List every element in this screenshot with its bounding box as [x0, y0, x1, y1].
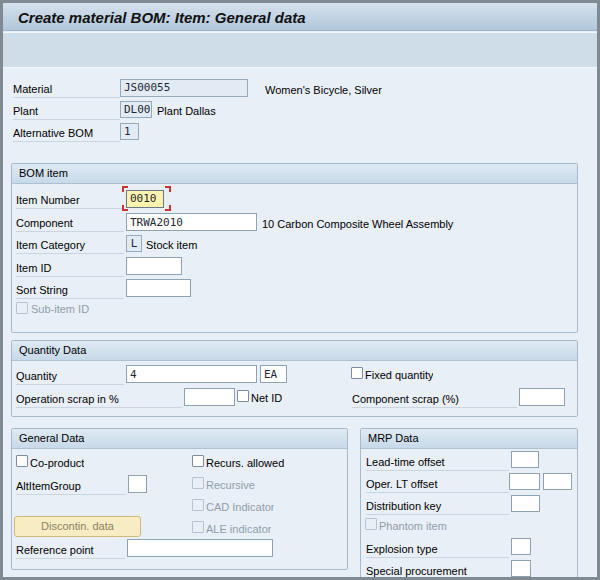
- net-id-label: Net ID: [251, 391, 282, 407]
- lead-time-offset-field[interactable]: [511, 451, 539, 468]
- toolbar-strip: [3, 32, 597, 68]
- fixed-quantity-checkbox[interactable]: [351, 367, 363, 379]
- focus-corner-icon: [165, 186, 171, 192]
- operation-scrap-field[interactable]: [184, 388, 235, 406]
- item-number-field[interactable]: 0010: [126, 190, 164, 208]
- recursive-label: Recursive: [206, 478, 255, 494]
- alternative-bom-field: 1: [120, 123, 139, 140]
- reference-point-label: Reference point: [16, 543, 125, 559]
- reference-point-field[interactable]: [127, 539, 273, 557]
- plant-description: Plant Dallas: [157, 104, 216, 118]
- special-procurement-field[interactable]: [511, 560, 531, 577]
- recursive-checkbox: [192, 477, 204, 489]
- component-scrap-label: Component scrap (%): [352, 392, 517, 408]
- general-data-group-header: General Data: [12, 429, 347, 449]
- alt-item-group-label: AltItemGroup: [16, 479, 126, 495]
- oper-lt-offset-unit-field[interactable]: [543, 473, 572, 490]
- quantity-unit-field[interactable]: [260, 365, 287, 383]
- ale-indicator-checkbox: [192, 521, 204, 533]
- co-product-label: Co-product: [30, 456, 84, 472]
- item-category-label: Item Category: [16, 238, 124, 254]
- mrp-data-group-header: MRP Data: [361, 429, 577, 449]
- component-label: Component: [16, 216, 124, 232]
- cad-indicator-checkbox: [192, 499, 204, 511]
- general-data-group: General Data Co-product AltItemGroup Rec…: [11, 428, 348, 570]
- recurs-allowed-label: Recurs. allowed: [206, 456, 284, 472]
- operation-scrap-label: Operation scrap in %: [16, 392, 182, 408]
- sort-string-field[interactable]: [126, 279, 191, 297]
- quantity-data-group: Quantity Data Quantity Fixed quantity Op…: [11, 340, 578, 417]
- distribution-key-field[interactable]: [511, 495, 540, 512]
- item-id-label: Item ID: [16, 261, 124, 277]
- co-product-checkbox[interactable]: [16, 455, 28, 467]
- special-procurement-label: Special procurement: [366, 564, 509, 580]
- bom-item-group-header: BOM item: [12, 164, 577, 184]
- component-field[interactable]: [126, 213, 257, 231]
- focus-corner-icon: [122, 186, 128, 192]
- page-title: Create material BOM: Item: General data: [18, 9, 306, 26]
- component-scrap-field[interactable]: [519, 388, 565, 406]
- material-label: Material: [13, 82, 120, 98]
- item-id-field[interactable]: [126, 257, 182, 275]
- ale-indicator-label: ALE indicator: [206, 522, 271, 538]
- item-number-label: Item Number: [16, 193, 124, 209]
- sap-window: Create material BOM: Item: General data …: [0, 0, 600, 580]
- sub-item-id-label: Sub-item ID: [31, 302, 89, 318]
- item-category-field: L: [126, 235, 142, 252]
- bom-item-group: BOM item Item Number 0010 Component 10 C…: [11, 163, 578, 333]
- lead-time-offset-label: Lead-time offset: [366, 455, 509, 471]
- quantity-label: Quantity: [16, 369, 124, 385]
- discontin-data-button[interactable]: Discontin. data: [14, 516, 141, 537]
- plant-field: DL00: [120, 101, 152, 118]
- distribution-key-label: Distribution key: [366, 499, 509, 515]
- net-id-checkbox[interactable]: [237, 390, 249, 402]
- phantom-item-label: Phantom item: [379, 519, 447, 535]
- quantity-data-group-header: Quantity Data: [12, 341, 577, 361]
- fixed-quantity-label: Fixed quantity: [365, 368, 433, 384]
- oper-lt-offset-field[interactable]: [509, 473, 540, 490]
- focus-corner-icon: [122, 205, 128, 211]
- title-bar: Create material BOM: Item: General data: [3, 3, 597, 31]
- alternative-bom-label: Alternative BOM: [13, 126, 120, 142]
- oper-lt-offset-label: Oper. LT offset: [366, 477, 509, 493]
- alt-item-group-field[interactable]: [128, 475, 147, 493]
- item-category-description: Stock item: [146, 238, 197, 252]
- quantity-field[interactable]: [126, 365, 257, 383]
- focus-corner-icon: [165, 205, 171, 211]
- recurs-allowed-checkbox[interactable]: [192, 455, 204, 467]
- explosion-type-label: Explosion type: [366, 542, 509, 558]
- component-description: 10 Carbon Composite Wheel Assembly: [262, 217, 453, 231]
- explosion-type-field[interactable]: [511, 538, 531, 555]
- sort-string-label: Sort String: [16, 283, 124, 299]
- plant-label: Plant: [13, 104, 120, 120]
- mrp-data-group: MRP Data Lead-time offset Oper. LT offse…: [360, 428, 578, 580]
- cad-indicator-label: CAD Indicator: [206, 500, 274, 516]
- sub-item-id-checkbox: [16, 302, 28, 314]
- material-description: Women's Bicycle, Silver: [265, 83, 382, 97]
- material-field: JS00055: [120, 79, 248, 97]
- phantom-item-checkbox: [365, 518, 377, 530]
